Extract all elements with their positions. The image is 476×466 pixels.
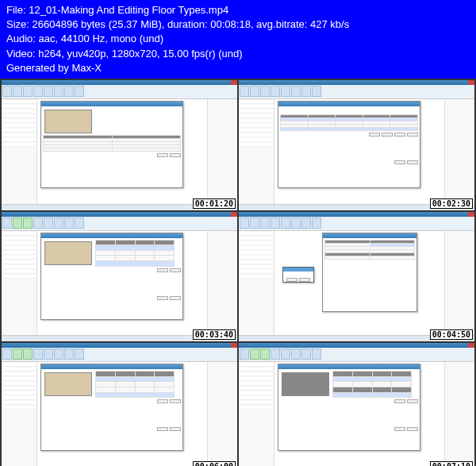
- ribbon-button: [13, 218, 22, 229]
- ribbon-toolbar: [2, 348, 237, 362]
- drawing-area: [274, 231, 444, 336]
- drawing-area: [274, 99, 444, 204]
- property-row: [240, 391, 273, 395]
- thumbnail-frame: 00:04:50: [238, 211, 475, 343]
- table-header: [115, 372, 135, 377]
- table-cell-selected: [333, 387, 353, 393]
- workspace: [239, 362, 474, 466]
- layers-table: [332, 371, 412, 398]
- table-cell: [96, 382, 116, 387]
- ribbon-button: [33, 218, 43, 229]
- app-window: [2, 343, 237, 466]
- app-window: [239, 80, 474, 210]
- dialog-buttons: [280, 399, 418, 403]
- property-row: [240, 241, 273, 245]
- table-cell: [115, 256, 135, 261]
- table-cell: [115, 382, 135, 387]
- workspace: [2, 231, 237, 336]
- timestamp-overlay: 00:01:20: [193, 198, 236, 209]
- table-cell: [155, 376, 175, 382]
- property-row: [2, 124, 36, 128]
- ribbon-button: [13, 86, 22, 97]
- property-row: [2, 143, 36, 147]
- delete-button: [170, 268, 181, 272]
- ribbon-button: [271, 349, 280, 360]
- app-window: [2, 80, 237, 210]
- dialog-buttons: [43, 296, 181, 300]
- table-cell: [155, 260, 175, 266]
- cancel-button: [170, 153, 181, 157]
- table-cell-selected: [392, 387, 412, 393]
- table-cell-selected: [372, 387, 392, 393]
- ribbon-button: [291, 349, 301, 360]
- insert-button: [394, 399, 405, 403]
- ribbon-button: [291, 218, 301, 229]
- name-dialog: [282, 267, 314, 283]
- ribbon-button: [240, 86, 249, 97]
- ribbon-button: [260, 349, 270, 360]
- property-row: [2, 100, 36, 104]
- delete-button: [382, 133, 393, 137]
- table-header: [135, 240, 155, 245]
- property-row: [240, 260, 273, 264]
- table-cell: [44, 148, 113, 151]
- drawing-area: [37, 99, 207, 204]
- table-header: [155, 240, 175, 245]
- ribbon-toolbar: [2, 217, 237, 231]
- ribbon-button: [54, 218, 63, 229]
- table-header: [96, 240, 116, 245]
- property-row: [240, 265, 273, 269]
- layers-table: [280, 114, 418, 131]
- property-row: [2, 372, 36, 376]
- dialog-buttons: [43, 399, 181, 403]
- cancel-button: [170, 427, 181, 431]
- property-row: [2, 246, 36, 250]
- ribbon-button: [23, 349, 33, 360]
- ribbon-toolbar: [2, 85, 237, 99]
- property-row: [2, 105, 36, 109]
- size-label: Size:: [6, 18, 29, 30]
- ok-button: [286, 278, 298, 282]
- property-row: [240, 406, 273, 410]
- parameters-table: [324, 240, 415, 260]
- table-cell: [112, 148, 181, 151]
- property-row: [2, 138, 36, 142]
- table-cell: [392, 382, 412, 387]
- insert-button: [157, 399, 168, 403]
- table-cell: [135, 387, 155, 393]
- ribbon-button: [250, 86, 259, 97]
- timestamp-overlay: 00:02:30: [430, 198, 473, 209]
- ribbon-button: [33, 86, 43, 97]
- delete-button: [170, 399, 181, 403]
- drawing-area: [274, 362, 444, 466]
- table-cell-selected: [352, 387, 372, 393]
- drawing-area: [37, 362, 207, 466]
- property-row: [2, 377, 36, 381]
- property-row: [240, 129, 273, 133]
- property-row: [240, 100, 273, 104]
- edit-assembly-dialog: [40, 233, 183, 320]
- dialog-buttons: [283, 278, 313, 282]
- ribbon-button: [64, 349, 74, 360]
- properties-panel: [2, 99, 37, 204]
- table-cell: [135, 250, 155, 256]
- table-cell: [390, 127, 418, 130]
- down-button: [407, 133, 418, 137]
- property-row: [240, 275, 273, 279]
- ribbon-button: [2, 218, 12, 229]
- property-row: [240, 119, 273, 123]
- cancel-button: [407, 160, 418, 164]
- dialog-content: [41, 106, 182, 159]
- video-label: Video:: [6, 48, 36, 60]
- property-row: [2, 114, 36, 118]
- table-cell: [155, 250, 175, 256]
- dialog-buttons: [43, 268, 181, 272]
- edit-assembly-dialog: [40, 364, 183, 451]
- floor-preview: [44, 241, 92, 265]
- browser-panel: [207, 99, 237, 204]
- ribbon-button: [271, 218, 280, 229]
- browser-panel: [444, 231, 474, 336]
- insert-button: [157, 268, 168, 272]
- table-cell: [155, 387, 175, 393]
- property-row: [240, 110, 273, 114]
